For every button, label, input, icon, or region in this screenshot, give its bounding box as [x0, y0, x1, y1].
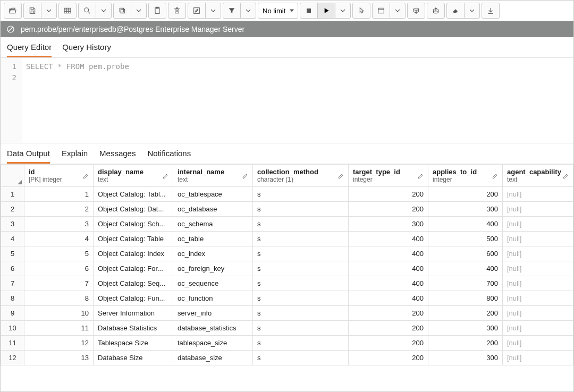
table-row[interactable]: 1213Database Sizedatabase_sizes200300[nu…	[1, 351, 573, 365]
cell-applies-to-id[interactable]: 400	[428, 261, 503, 276]
row-number-cell[interactable]: 2	[1, 202, 24, 217]
table-row[interactable]: 33Object Catalog: Sch...oc_schemas300400…	[1, 217, 573, 232]
cell-internal-name[interactable]: database_size	[173, 351, 253, 365]
cell-target-type-id[interactable]: 300	[349, 217, 428, 232]
cell-target-type-id[interactable]: 200	[349, 321, 428, 336]
cell-internal-name[interactable]: oc_index	[173, 246, 253, 261]
cell-internal-name[interactable]: database_statistics	[173, 321, 253, 336]
tab-notifications[interactable]: Notifications	[147, 149, 191, 164]
delete-button[interactable]	[168, 3, 186, 19]
cell-display-name[interactable]: Tablespace Size	[94, 336, 173, 351]
copy-dropdown-button[interactable]	[131, 3, 147, 19]
cell-collection-method[interactable]: s	[253, 321, 349, 336]
row-number-cell[interactable]: 3	[1, 217, 24, 232]
cell-agent-capability[interactable]: [null]	[503, 232, 573, 246]
column-header-agent-capability[interactable]: agent_capability text	[503, 165, 573, 187]
cell-id[interactable]: 8	[24, 291, 94, 306]
cell-collection-method[interactable]: s	[253, 276, 349, 291]
cell-applies-to-id[interactable]: 200	[428, 306, 503, 321]
row-number-cell[interactable]: 1	[1, 187, 24, 202]
cell-target-type-id[interactable]: 200	[349, 306, 428, 321]
edit-button[interactable]	[188, 3, 206, 19]
cell-agent-capability[interactable]: [null]	[503, 276, 573, 291]
cell-internal-name[interactable]: oc_database	[173, 202, 253, 217]
cell-applies-to-id[interactable]: 200	[428, 187, 503, 202]
cell-display-name[interactable]: Object Catalog: Sch...	[94, 217, 173, 232]
execute-dropdown-button[interactable]	[335, 3, 351, 19]
stop-button[interactable]	[300, 3, 318, 19]
cell-id[interactable]: 3	[24, 217, 94, 232]
column-header-applies-to-id[interactable]: applies_to_id integer	[428, 165, 503, 187]
cell-agent-capability[interactable]: [null]	[503, 187, 573, 202]
cell-applies-to-id[interactable]: 700	[428, 276, 503, 291]
cell-id[interactable]: 2	[24, 202, 94, 217]
cell-id[interactable]: 1	[24, 187, 94, 202]
cell-id[interactable]: 7	[24, 276, 94, 291]
cell-target-type-id[interactable]: 400	[349, 291, 428, 306]
editor-code[interactable]: SELECT * FROM pem.probe	[22, 58, 573, 143]
table-row[interactable]: 1011Database Statisticsdatabase_statisti…	[1, 321, 573, 336]
table-row[interactable]: 77Object Catalog: Seq...oc_sequences4007…	[1, 276, 573, 291]
cell-collection-method[interactable]: s	[253, 217, 349, 232]
cell-applies-to-id[interactable]: 800	[428, 291, 503, 306]
cell-agent-capability[interactable]: [null]	[503, 261, 573, 276]
result-grid[interactable]: id [PK] integer display_name text intern…	[1, 164, 573, 365]
cell-collection-method[interactable]: s	[253, 187, 349, 202]
save-dropdown-button[interactable]	[41, 3, 57, 19]
cell-agent-capability[interactable]: [null]	[503, 291, 573, 306]
download-button[interactable]	[482, 3, 500, 19]
open-file-button[interactable]	[4, 3, 22, 19]
cell-internal-name[interactable]: oc_sequence	[173, 276, 253, 291]
sql-editor[interactable]: 1 2 SELECT * FROM pem.probe	[1, 58, 573, 143]
row-number-cell[interactable]: 10	[1, 321, 24, 336]
cell-collection-method[interactable]: s	[253, 306, 349, 321]
explain-dropdown-button[interactable]	[390, 3, 406, 19]
cell-target-type-id[interactable]: 200	[349, 187, 428, 202]
cell-applies-to-id[interactable]: 600	[428, 246, 503, 261]
save-button[interactable]	[23, 3, 41, 19]
cell-applies-to-id[interactable]: 400	[428, 217, 503, 232]
cell-id[interactable]: 11	[24, 321, 94, 336]
cell-collection-method[interactable]: s	[253, 291, 349, 306]
cell-agent-capability[interactable]: [null]	[503, 217, 573, 232]
column-header-internal-name[interactable]: internal_name text	[173, 165, 253, 187]
row-number-cell[interactable]: 6	[1, 261, 24, 276]
cell-agent-capability[interactable]: [null]	[503, 321, 573, 336]
cell-collection-method[interactable]: s	[253, 351, 349, 365]
cell-display-name[interactable]: Object Catalog: Tabl...	[94, 187, 173, 202]
cell-display-name[interactable]: Database Size	[94, 351, 173, 365]
table-row[interactable]: 88Object Catalog: Fun...oc_functions4008…	[1, 291, 573, 306]
row-number-cell[interactable]: 7	[1, 276, 24, 291]
cell-display-name[interactable]: Object Catalog: Dat...	[94, 202, 173, 217]
execute-button[interactable]	[317, 3, 335, 19]
table-row[interactable]: 44Object Catalog: Tableoc_tables400500[n…	[1, 232, 573, 246]
cell-id[interactable]: 12	[24, 336, 94, 351]
edit-dropdown-button[interactable]	[205, 3, 221, 19]
cell-internal-name[interactable]: oc_tablespace	[173, 187, 253, 202]
cell-target-type-id[interactable]: 400	[349, 246, 428, 261]
cell-target-type-id[interactable]: 200	[349, 351, 428, 365]
row-number-cell[interactable]: 11	[1, 336, 24, 351]
commit-button[interactable]	[407, 3, 425, 19]
table-row[interactable]: 22Object Catalog: Dat...oc_databases2003…	[1, 202, 573, 217]
cell-collection-method[interactable]: s	[253, 336, 349, 351]
cell-display-name[interactable]: Server Information	[94, 306, 173, 321]
clear-button[interactable]	[446, 3, 465, 19]
row-limit-select[interactable]: No limit	[258, 3, 298, 19]
column-header-collection-method[interactable]: collection_method character (1)	[253, 165, 349, 187]
cell-display-name[interactable]: Database Statistics	[94, 321, 173, 336]
cell-applies-to-id[interactable]: 300	[428, 321, 503, 336]
cell-id[interactable]: 4	[24, 232, 94, 246]
table-row[interactable]: 11Object Catalog: Tabl...oc_tablespaces2…	[1, 187, 573, 202]
cell-target-type-id[interactable]: 400	[349, 261, 428, 276]
cell-internal-name[interactable]: oc_table	[173, 232, 253, 246]
explain-button[interactable]	[352, 3, 370, 19]
cell-applies-to-id[interactable]: 300	[428, 202, 503, 217]
table-row[interactable]: 1112Tablespace Sizetablespace_sizes20020…	[1, 336, 573, 351]
cell-internal-name[interactable]: oc_foreign_key	[173, 261, 253, 276]
cell-id[interactable]: 10	[24, 306, 94, 321]
table-row[interactable]: 910Server Informationserver_infos200200[…	[1, 306, 573, 321]
cell-agent-capability[interactable]: [null]	[503, 246, 573, 261]
cell-display-name[interactable]: Object Catalog: Seq...	[94, 276, 173, 291]
filter-button[interactable]	[223, 3, 241, 19]
